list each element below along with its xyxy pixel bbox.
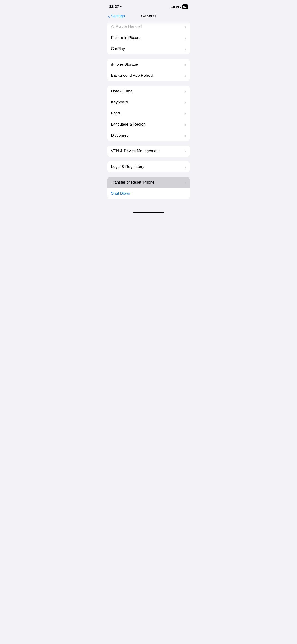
settings-item-language-region[interactable]: Language & Region › bbox=[107, 119, 190, 130]
section-vpn-group: VPN & Device Management › bbox=[107, 146, 190, 156]
time-display: 12:37 bbox=[109, 4, 119, 9]
status-bar: 12:37 ‣ 5G 92 bbox=[104, 0, 194, 12]
settings-item-iphone-storage[interactable]: iPhone Storage › bbox=[107, 59, 190, 70]
settings-item-shutdown[interactable]: Shut Down bbox=[107, 188, 190, 199]
settings-item-date-time[interactable]: Date & Time › bbox=[107, 86, 190, 97]
settings-item-vpn-device-management[interactable]: VPN & Device Management › bbox=[107, 146, 190, 156]
chevron-icon-airplay-handoff: › bbox=[185, 25, 186, 29]
section-airplay-group: AirPlay & Handoff › Picture in Picture ›… bbox=[107, 21, 190, 54]
signal-bar-1 bbox=[171, 7, 172, 8]
back-chevron-icon: ‹ bbox=[108, 14, 110, 18]
chevron-icon-fonts: › bbox=[185, 112, 186, 116]
network-type: 5G bbox=[176, 5, 181, 9]
chevron-icon-vpn-device-management: › bbox=[185, 149, 186, 153]
settings-item-keyboard[interactable]: Keyboard › bbox=[107, 97, 190, 108]
item-label-vpn-device-management: VPN & Device Management bbox=[111, 149, 160, 154]
chevron-icon-picture-in-picture: › bbox=[185, 36, 186, 40]
item-label-dictionary: Dictionary bbox=[111, 133, 128, 138]
signal-bar-4 bbox=[174, 6, 175, 8]
location-icon: ‣ bbox=[120, 5, 122, 8]
page-title: General bbox=[141, 14, 156, 18]
status-bar-right: 5G 92 bbox=[171, 4, 188, 9]
chevron-icon-carplay: › bbox=[185, 47, 186, 51]
section-reset-group: Transfer or Reset iPhone › Shut Down bbox=[107, 177, 190, 199]
chevron-icon-keyboard: › bbox=[185, 100, 186, 104]
item-label-language-region: Language & Region bbox=[111, 122, 146, 127]
settings-item-legal-regulatory[interactable]: Legal & Regulatory › bbox=[107, 161, 190, 172]
settings-item-airplay-handoff[interactable]: AirPlay & Handoff › bbox=[107, 21, 190, 32]
status-bar-time: 12:37 ‣ bbox=[109, 4, 122, 9]
settings-item-carplay[interactable]: CarPlay › bbox=[107, 43, 190, 54]
home-bar bbox=[133, 212, 164, 213]
chevron-icon-language-region: › bbox=[185, 122, 186, 126]
item-label-date-time: Date & Time bbox=[111, 89, 132, 94]
settings-item-transfer-reset[interactable]: Transfer or Reset iPhone › bbox=[107, 177, 190, 188]
item-label-iphone-storage: iPhone Storage bbox=[111, 62, 138, 67]
item-label-background-app-refresh: Background App Refresh bbox=[111, 73, 154, 78]
signal-bars bbox=[171, 5, 175, 8]
navigation-bar: ‹ Settings General bbox=[104, 12, 194, 21]
section-locale-group: Date & Time › Keyboard › Fonts › Languag… bbox=[107, 86, 190, 141]
item-label-legal-regulatory: Legal & Regulatory bbox=[111, 164, 144, 169]
signal-bar-2 bbox=[172, 7, 173, 8]
chevron-icon-date-time: › bbox=[185, 89, 186, 93]
chevron-icon-background-app-refresh: › bbox=[185, 74, 186, 78]
signal-bar-3 bbox=[173, 6, 174, 8]
item-label-keyboard: Keyboard bbox=[111, 100, 128, 104]
settings-item-picture-in-picture[interactable]: Picture in Picture › bbox=[107, 32, 190, 43]
item-label-picture-in-picture: Picture in Picture bbox=[111, 36, 141, 40]
back-button[interactable]: ‹ Settings bbox=[108, 14, 125, 18]
home-indicator bbox=[104, 212, 194, 215]
settings-item-dictionary[interactable]: Dictionary › bbox=[107, 130, 190, 141]
item-label-airplay-handoff: AirPlay & Handoff bbox=[111, 24, 142, 29]
chevron-icon-transfer-reset: › bbox=[185, 180, 186, 184]
back-label: Settings bbox=[111, 14, 125, 18]
settings-item-fonts[interactable]: Fonts › bbox=[107, 108, 190, 119]
settings-content: AirPlay & Handoff › Picture in Picture ›… bbox=[104, 21, 194, 208]
item-label-transfer-reset: Transfer or Reset iPhone bbox=[111, 180, 154, 185]
chevron-icon-legal-regulatory: › bbox=[185, 165, 186, 169]
section-storage-group: iPhone Storage › Background App Refresh … bbox=[107, 59, 190, 81]
item-label-carplay: CarPlay bbox=[111, 46, 125, 51]
chevron-icon-dictionary: › bbox=[185, 134, 186, 138]
settings-item-background-app-refresh[interactable]: Background App Refresh › bbox=[107, 70, 190, 81]
battery-level: 92 bbox=[184, 5, 187, 8]
item-label-fonts: Fonts bbox=[111, 111, 121, 116]
item-label-shutdown: Shut Down bbox=[111, 191, 130, 196]
battery-indicator: 92 bbox=[182, 4, 188, 9]
chevron-icon-iphone-storage: › bbox=[185, 63, 186, 66]
section-legal-group: Legal & Regulatory › bbox=[107, 161, 190, 172]
